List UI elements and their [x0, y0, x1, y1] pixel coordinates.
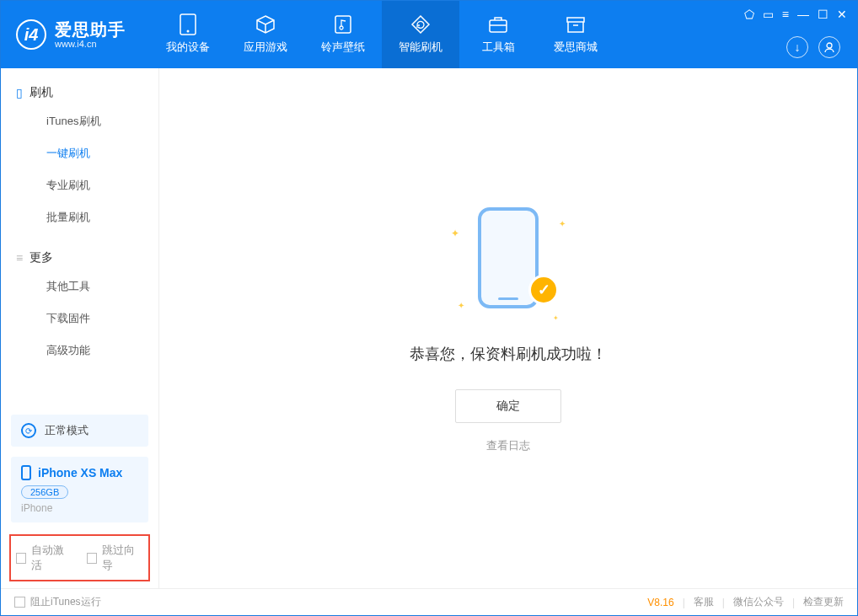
nav-tab-apps[interactable]: 应用游戏	[227, 1, 304, 68]
sidebar-item-batch[interactable]: 批量刷机	[1, 201, 158, 233]
close-button[interactable]: ✕	[837, 8, 847, 21]
minimize-button[interactable]: —	[797, 8, 809, 21]
success-illustration: ✦ ✦ ✦ ✦ ✓	[449, 204, 567, 322]
checkbox-icon	[87, 553, 97, 564]
sparkle-icon: ✦	[458, 301, 464, 310]
highlight-checkbox-row: 自动激活 跳过向导	[9, 534, 150, 581]
nav-label: 爱思商城	[554, 40, 598, 55]
nav-tab-ringtones[interactable]: 铃声壁纸	[304, 1, 382, 68]
nav-tab-store[interactable]: 爱思商城	[537, 1, 614, 68]
sidebar-item-othertools[interactable]: 其他工具	[1, 271, 158, 303]
checkbox-label: 跳过向导	[102, 543, 143, 573]
success-message: 恭喜您，保资料刷机成功啦！	[410, 344, 607, 364]
nav-tab-toolbox[interactable]: 工具箱	[459, 1, 537, 68]
view-log-link[interactable]: 查看日志	[486, 438, 530, 453]
refresh-icon	[410, 14, 431, 35]
store-icon	[566, 14, 586, 35]
list-icon: ≡	[16, 251, 23, 265]
mode-label: 正常模式	[45, 423, 88, 438]
section-title: 更多	[29, 250, 53, 265]
download-icon[interactable]: ↓	[786, 36, 808, 58]
nav-label: 应用游戏	[244, 40, 287, 55]
menu-icon[interactable]: ▭	[763, 8, 774, 21]
version-label: V8.16	[647, 597, 673, 608]
cube-icon	[255, 14, 276, 35]
statusbar: 阻止iTunes运行 V8.16 | 客服 | 微信公众号 | 检查更新	[1, 588, 857, 615]
device-type: iPhone	[21, 502, 138, 514]
ok-button[interactable]: 确定	[455, 389, 561, 423]
sparkle-icon: ✦	[559, 219, 566, 228]
toolbox-icon	[488, 14, 508, 35]
nav-tab-device[interactable]: 我的设备	[149, 1, 227, 68]
svg-point-4	[827, 43, 832, 48]
sparkle-icon: ✦	[553, 314, 559, 322]
checkbox-label: 自动激活	[31, 543, 72, 573]
nav-label: 工具箱	[482, 40, 515, 55]
logo-icon: i4	[16, 19, 46, 50]
check-update-link[interactable]: 检查更新	[803, 595, 844, 609]
sidebar-item-oneclick[interactable]: 一键刷机	[1, 137, 158, 169]
window-controls: ⬠ ▭ ≡ — ☐ ✕	[744, 8, 847, 21]
nav-tabs: 我的设备 应用游戏 铃声壁纸 智能刷机 工具箱 爱思商城	[149, 1, 614, 68]
user-icon[interactable]	[818, 36, 840, 58]
checkbox-label: 阻止iTunes运行	[30, 595, 101, 609]
device-icon	[178, 14, 198, 35]
content-area: ✦ ✦ ✦ ✦ ✓ 恭喜您，保资料刷机成功啦！ 确定 查看日志	[159, 68, 857, 588]
sidebar: ▯ 刷机 iTunes刷机 一键刷机 专业刷机 批量刷机 ≡ 更多 其他工具 下…	[1, 68, 159, 588]
device-card[interactable]: iPhone XS Max 256GB iPhone	[11, 457, 148, 522]
block-itunes-checkbox[interactable]: 阻止iTunes运行	[14, 595, 101, 609]
svg-point-1	[187, 30, 190, 33]
sidebar-item-advanced[interactable]: 高级功能	[1, 335, 158, 367]
list-icon[interactable]: ≡	[782, 8, 789, 21]
success-check-icon: ✓	[528, 275, 559, 305]
support-link[interactable]: 客服	[694, 595, 714, 609]
shirt-icon[interactable]: ⬠	[744, 8, 754, 21]
checkbox-icon	[14, 597, 25, 608]
nav-tab-flash[interactable]: 智能刷机	[382, 1, 459, 68]
logo: i4 爱思助手 www.i4.cn	[1, 19, 141, 50]
sidebar-section-more: ≡ 更多	[1, 245, 158, 271]
sidebar-item-pro[interactable]: 专业刷机	[1, 169, 158, 201]
sidebar-section-flash: ▯ 刷机	[1, 80, 158, 105]
sparkle-icon: ✦	[451, 228, 459, 239]
mode-indicator: ⟳ 正常模式	[11, 415, 148, 447]
wechat-link[interactable]: 微信公众号	[733, 595, 784, 609]
nav-label: 智能刷机	[399, 40, 442, 55]
app-subtitle: www.i4.cn	[55, 39, 126, 49]
checkbox-icon	[16, 553, 26, 564]
device-capacity-badge: 256GB	[21, 485, 68, 499]
device-name: iPhone XS Max	[38, 466, 122, 479]
section-title: 刷机	[29, 85, 53, 100]
app-title: 爱思助手	[55, 20, 126, 39]
svg-rect-3	[490, 20, 507, 32]
device-icon	[21, 465, 31, 480]
maximize-button[interactable]: ☐	[818, 8, 829, 21]
nav-label: 我的设备	[166, 40, 210, 55]
titlebar: i4 爱思助手 www.i4.cn 我的设备 应用游戏 铃声壁纸 智能刷机 工具…	[1, 1, 857, 68]
sidebar-item-itunes[interactable]: iTunes刷机	[1, 105, 158, 137]
skip-guide-checkbox[interactable]: 跳过向导	[87, 543, 144, 573]
nav-label: 铃声壁纸	[321, 40, 365, 55]
music-icon	[333, 14, 353, 35]
auto-activate-checkbox[interactable]: 自动激活	[16, 543, 73, 573]
phone-icon: ▯	[16, 86, 23, 99]
svg-rect-2	[335, 16, 351, 33]
mode-icon: ⟳	[21, 423, 36, 438]
sidebar-item-firmware[interactable]: 下载固件	[1, 303, 158, 335]
